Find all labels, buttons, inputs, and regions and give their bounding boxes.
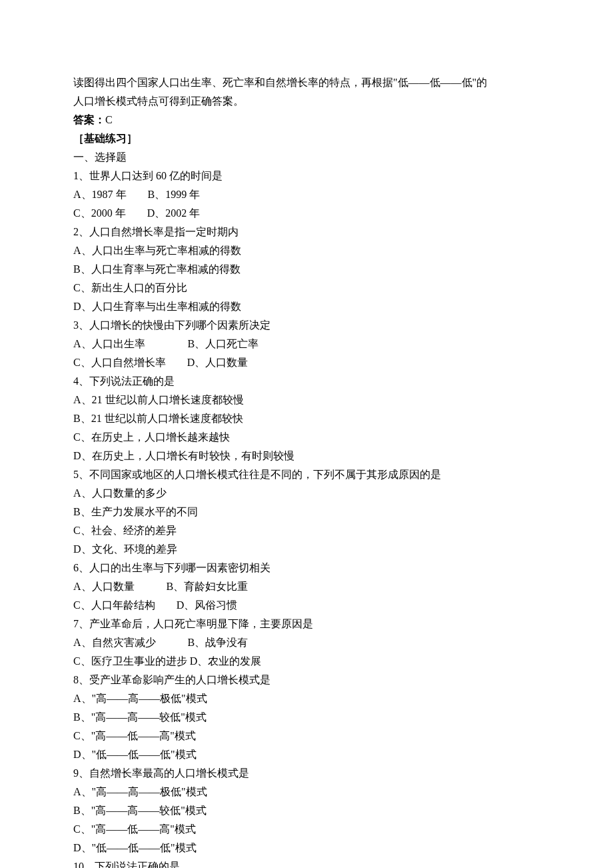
question-option-line: C、"高——低——高"模式 [73, 820, 540, 839]
question-stem: 10、下列说法正确的是 [73, 857, 540, 868]
question-option-line: C、"高——低——高"模式 [73, 727, 540, 745]
question-option-line: D、"低——低——低"模式 [73, 839, 540, 857]
question-option-line: C、在历史上，人口增长越来越快 [73, 428, 540, 447]
question-option-line: A、21 世纪以前人口增长速度都较慢 [73, 391, 540, 409]
question-option-line: D、文化、环境的差异 [73, 540, 540, 559]
question-option-line: D、在历史上，人口增长有时较快，有时则较慢 [73, 447, 540, 465]
part1-title: 一、选择题 [73, 148, 540, 167]
question-option-line: C、人口年龄结构 D、风俗习惯 [73, 596, 540, 615]
intro-paragraph-line1: 读图得出四个国家人口出生率、死亡率和自然增长率的特点，再根据"低——低——低"的 [73, 73, 540, 92]
question-option-line: A、"高——高——极低"模式 [73, 689, 540, 708]
question-option-line: A、自然灾害减少 B、战争没有 [73, 633, 540, 652]
question-option-line: C、医疗卫生事业的进步 D、农业的发展 [73, 652, 540, 671]
document-page: 读图得出四个国家人口出生率、死亡率和自然增长率的特点，再根据"低——低——低"的… [0, 0, 613, 868]
question-option-line: B、"高——高——较低"模式 [73, 708, 540, 727]
question-stem: 4、下列说法正确的是 [73, 372, 540, 391]
question-option-line: B、21 世纪以前人口增长速度都较快 [73, 409, 540, 428]
question-option-line: B、生产力发展水平的不同 [73, 503, 540, 521]
question-option-line: C、2000 年 D、2002 年 [73, 204, 540, 223]
question-option-line: B、"高——高——较低"模式 [73, 801, 540, 820]
question-stem: 8、受产业革命影响产生的人口增长模式是 [73, 671, 540, 689]
question-option-line: C、新出生人口的百分比 [73, 279, 540, 297]
question-stem: 3、人口增长的快慢由下列哪个因素所决定 [73, 316, 540, 335]
question-option-line: A、人口数量的多少 [73, 484, 540, 503]
question-option-line: A、1987 年 B、1999 年 [73, 185, 540, 204]
question-stem: 5、不同国家或地区的人口增长模式往往是不同的，下列不属于其形成原因的是 [73, 465, 540, 484]
question-option-line: D、人口生育率与出生率相减的得数 [73, 297, 540, 316]
answer-value: C [105, 114, 113, 125]
question-option-line: A、人口数量 B、育龄妇女比重 [73, 577, 540, 596]
answer-label: 答案： [73, 114, 105, 125]
question-option-line: D、"低——低——低"模式 [73, 745, 540, 764]
questions-container: 1、世界人口达到 60 亿的时间是A、1987 年 B、1999 年C、2000… [73, 167, 540, 868]
question-option-line: C、人口自然增长率 D、人口数量 [73, 353, 540, 372]
section-heading: ［基础练习］ [73, 129, 540, 148]
question-stem: 9、自然增长率最高的人口增长模式是 [73, 764, 540, 783]
question-stem: 1、世界人口达到 60 亿的时间是 [73, 167, 540, 185]
question-option-line: A、"高——高——极低"模式 [73, 783, 540, 801]
question-stem: 6、人口的出生率与下列哪一因素密切相关 [73, 559, 540, 577]
question-option-line: B、人口生育率与死亡率相减的得数 [73, 260, 540, 279]
intro-paragraph-line2: 人口增长模式特点可得到正确答案。 [73, 92, 540, 111]
question-option-line: A、人口出生率与死亡率相减的得数 [73, 241, 540, 260]
question-stem: 7、产业革命后，人口死亡率明显下降，主要原因是 [73, 615, 540, 633]
question-option-line: A、人口出生率 B、人口死亡率 [73, 335, 540, 353]
question-stem: 2、人口自然增长率是指一定时期内 [73, 223, 540, 241]
question-option-line: C、社会、经济的差异 [73, 521, 540, 540]
answer-line: 答案：C [73, 111, 540, 129]
